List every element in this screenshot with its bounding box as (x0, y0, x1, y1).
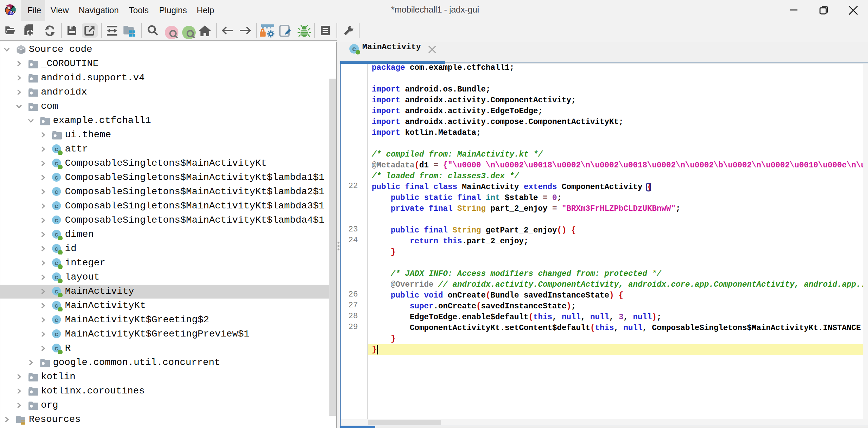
svg-text:c: c (55, 288, 58, 295)
svg-text:c: c (55, 345, 58, 352)
svg-text:c: c (55, 302, 58, 310)
svg-text:c: c (55, 174, 58, 182)
svg-text:c: c (55, 231, 58, 239)
svg-text:c: c (55, 274, 58, 281)
svg-text:c: c (55, 217, 58, 224)
svg-text:c: c (55, 317, 58, 324)
svg-text:c: c (55, 260, 58, 267)
svg-text:c: c (55, 245, 58, 253)
svg-text:c: c (55, 331, 58, 338)
svg-text:c: c (55, 146, 58, 153)
svg-text:c: c (55, 188, 58, 196)
svg-text:c: c (55, 203, 58, 210)
svg-text:c: c (55, 160, 58, 167)
